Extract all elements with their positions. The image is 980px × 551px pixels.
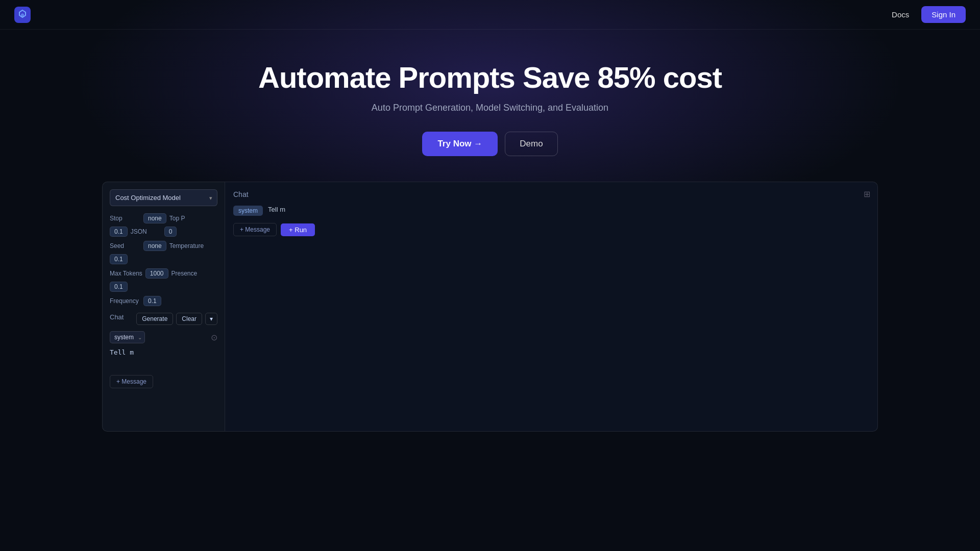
model-select-wrapper: Cost Optimized Model ▾ — [110, 189, 217, 206]
left-panel: Cost Optimized Model ▾ Stop none Top P 0… — [102, 182, 225, 432]
param-row-2: Seed none Temperature 0.1 — [110, 241, 217, 264]
frequency-label: Frequency — [110, 297, 140, 305]
bottom-actions: + Message + Run — [233, 223, 869, 236]
logo — [14, 7, 31, 23]
max-tokens-label: Max Tokens — [110, 270, 142, 277]
param-row-3: Max Tokens 1000 Presence 0.1 — [110, 268, 217, 292]
stop-label: Stop — [110, 215, 140, 222]
add-message-button[interactable]: + Message — [110, 375, 153, 388]
role-select[interactable]: system — [110, 331, 145, 343]
right-panel: Chat ⊞ system Tell m + Message + Run — [225, 182, 878, 432]
param-row-4: Frequency 0.1 — [110, 296, 217, 306]
top-p-value[interactable]: 0.1 — [110, 227, 128, 237]
right-message-content: Tell m — [268, 206, 869, 213]
logo-icon — [14, 7, 31, 23]
hero-subtitle: Auto Prompt Generation, Model Switching,… — [10, 103, 970, 113]
chat-actions: Generate Clear ▾ — [136, 313, 217, 325]
max-tokens-value[interactable]: 1000 — [145, 268, 168, 279]
docs-button[interactable]: Docs — [886, 7, 915, 22]
json-value[interactable]: 0 — [164, 227, 177, 237]
top-p-label: Top P — [169, 215, 200, 222]
right-panel-title: Chat — [233, 190, 869, 198]
hero-buttons: Try Now → Demo — [10, 132, 970, 156]
demo-area: Cost Optimized Model ▾ Stop none Top P 0… — [0, 182, 980, 432]
demo-button[interactable]: Demo — [505, 132, 557, 156]
frequency-value[interactable]: 0.1 — [143, 296, 161, 306]
right-add-message-button[interactable]: + Message — [233, 223, 277, 236]
chat-section-label: Chat — [110, 313, 124, 321]
run-button[interactable]: + Run — [281, 223, 315, 236]
seed-label: Seed — [110, 242, 140, 249]
message-settings-icon[interactable]: ⊙ — [211, 333, 217, 342]
model-select[interactable]: Cost Optimized Model — [110, 189, 217, 206]
message-role-row: system ⌄ ⊙ — [110, 331, 217, 343]
hero-section: Automate Prompts Save 85% cost Auto Prom… — [0, 30, 980, 177]
chat-section-header: Chat Generate Clear ▾ — [110, 311, 217, 326]
param-row-1: Stop none Top P 0.1 JSON 0 — [110, 213, 217, 237]
role-select-wrapper: system ⌄ — [110, 331, 145, 343]
presence-label: Presence — [172, 270, 202, 277]
stop-value[interactable]: none — [143, 213, 166, 223]
chat-message-row: system Tell m — [233, 206, 869, 216]
navbar: Docs Sign In — [0, 0, 980, 30]
grid-icon[interactable]: ⊞ — [864, 189, 870, 199]
seed-value[interactable]: none — [143, 241, 166, 251]
presence-value[interactable]: 0.1 — [110, 282, 128, 292]
system-badge: system — [233, 206, 263, 216]
clear-button[interactable]: Clear — [176, 313, 202, 325]
temperature-label: Temperature — [169, 242, 204, 249]
generate-button[interactable]: Generate — [136, 313, 173, 325]
hero-title: Automate Prompts Save 85% cost — [10, 60, 970, 94]
json-label: JSON — [131, 228, 161, 235]
nav-right: Docs Sign In — [886, 6, 966, 23]
try-now-button[interactable]: Try Now → — [422, 132, 498, 156]
message-textarea[interactable]: Tell m — [110, 347, 217, 368]
expand-chat-button[interactable]: ▾ — [205, 313, 217, 325]
signin-button[interactable]: Sign In — [921, 6, 966, 23]
temperature-value[interactable]: 0.1 — [110, 254, 128, 264]
